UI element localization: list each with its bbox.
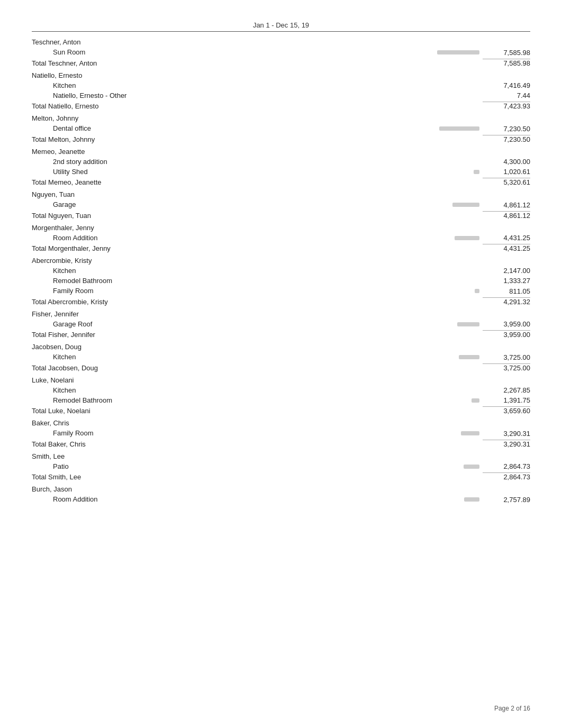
- sub-item-row: 2nd story addition 4,300.00: [32, 157, 530, 167]
- value-bar: [472, 398, 479, 403]
- total-row: Total Natiello, Ernesto 7,423.93: [32, 101, 530, 111]
- sub-item-row: Kitchen 2,147.00: [32, 266, 530, 276]
- item-value: 811.05: [483, 287, 530, 295]
- customer-name: Jacobsen, Doug: [32, 343, 483, 351]
- sub-item-row: Family Room 3,290.31: [32, 428, 530, 439]
- item-value: 2,267.85: [483, 386, 530, 394]
- value-bar: [459, 355, 479, 359]
- customer-name: Abercrombie, Kristy: [32, 257, 483, 265]
- total-label: Total Teschner, Anton: [32, 59, 483, 67]
- item-name: Garage: [32, 201, 424, 208]
- bar-cell: 3,725.00: [424, 353, 530, 361]
- item-value: 4,300.00: [483, 158, 530, 166]
- item-name: Remodel Bathroom: [32, 396, 424, 404]
- item-name: Utility Shed: [32, 168, 424, 176]
- customer-name: Teschner, Anton: [32, 38, 483, 46]
- bar-cell: 7,585.98: [424, 49, 530, 57]
- total-row: Total Luke, Noelani 3,659.60: [32, 405, 530, 416]
- sub-item-row: Kitchen 3,725.00: [32, 352, 530, 362]
- customer-row: Baker, Chris: [32, 418, 530, 428]
- customer-row: Natiello, Ernesto: [32, 70, 530, 80]
- item-value: 3,290.31: [483, 430, 530, 438]
- bar-cell: 7,230.50: [424, 125, 530, 133]
- bar-cell: 4,861.12: [424, 201, 530, 209]
- customer-name: Melton, Johnny: [32, 114, 483, 122]
- sub-item-row: Kitchen 7,416.49: [32, 80, 530, 90]
- total-row: Total Abercrombie, Kristy 4,291.32: [32, 296, 530, 307]
- total-value: 3,959.00: [483, 330, 530, 339]
- item-name: Kitchen: [32, 353, 424, 361]
- customer-name: Smith, Lee: [32, 452, 483, 460]
- sub-item-row: Patio 2,864.73: [32, 461, 530, 472]
- item-value: 2,864.73: [483, 462, 530, 470]
- sub-item-row: Dental office 7,230.50: [32, 123, 530, 134]
- item-name: Kitchen: [32, 267, 424, 275]
- customer-name: Fisher, Jennifer: [32, 310, 483, 318]
- total-label: Total Abercrombie, Kristy: [32, 298, 483, 306]
- customer-row: Jacobsen, Doug: [32, 342, 530, 352]
- sub-item-row: Family Room 811.05: [32, 286, 530, 296]
- item-name: Room Addition: [32, 495, 424, 503]
- customer-name: Nguyen, Tuan: [32, 190, 483, 198]
- customer-row: Memeo, Jeanette: [32, 147, 530, 157]
- customer-row: Burch, Jason: [32, 484, 530, 494]
- item-name: Family Room: [32, 429, 424, 437]
- value-bar: [474, 170, 479, 174]
- value-bar: [437, 50, 479, 54]
- item-value: 4,861.12: [483, 201, 530, 209]
- customer-row: Smith, Lee: [32, 451, 530, 461]
- date-header: Jan 1 - Dec 15, 19: [32, 21, 530, 32]
- total-label: Total Luke, Noelani: [32, 407, 483, 415]
- customer-row: Teschner, Anton: [32, 37, 530, 47]
- total-label: Total Fisher, Jennifer: [32, 331, 483, 339]
- sub-item-row: Utility Shed 1,020.61: [32, 167, 530, 177]
- bar-cell: 1,333.27: [424, 277, 530, 285]
- total-row: Total Morgenthaler, Jenny 4,431.25: [32, 243, 530, 253]
- bar-cell: 2,757.89: [424, 496, 530, 504]
- bar-cell: 4,431.25: [424, 234, 530, 242]
- total-row: Total Jacobsen, Doug 3,725.00: [32, 362, 530, 373]
- total-row: Total Nguyen, Tuan 4,861.12: [32, 210, 530, 221]
- total-value: 4,861.12: [483, 211, 530, 220]
- item-value: 7,230.50: [483, 125, 530, 133]
- customer-row: Luke, Noelani: [32, 375, 530, 385]
- total-value: 5,320.61: [483, 178, 530, 186]
- sub-item-row: Natiello, Ernesto - Other 7.44: [32, 90, 530, 101]
- sub-item-row: Remodel Bathroom 1,333.27: [32, 276, 530, 286]
- bar-cell: 4,300.00: [424, 158, 530, 166]
- item-value: 4,431.25: [483, 234, 530, 242]
- sub-item-row: Remodel Bathroom 1,391.75: [32, 395, 530, 406]
- total-row: Total Melton, Johnny 7,230.50: [32, 134, 530, 144]
- item-name: Garage Roof: [32, 320, 424, 328]
- bar-cell: 3,959.00: [424, 320, 530, 328]
- table-area: Teschner, Anton Sun Room 7,585.98 Total …: [32, 37, 530, 507]
- value-bar: [475, 289, 479, 293]
- total-row: Total Fisher, Jennifer 3,959.00: [32, 329, 530, 340]
- item-name: Room Addition: [32, 234, 424, 242]
- total-value: 4,291.32: [483, 297, 530, 306]
- customer-row: Fisher, Jennifer: [32, 309, 530, 319]
- item-name: Kitchen: [32, 386, 424, 394]
- customer-row: Nguyen, Tuan: [32, 189, 530, 199]
- value-bar: [457, 322, 479, 326]
- sub-item-row: Room Addition 4,431.25: [32, 233, 530, 243]
- total-label: Total Morgenthaler, Jenny: [32, 244, 483, 252]
- total-value: 2,864.73: [483, 472, 530, 481]
- page-number: Page 2 of 16: [494, 705, 530, 712]
- item-name: Sun Room: [32, 48, 424, 56]
- item-name: Dental office: [32, 124, 424, 132]
- total-value: 7,423.93: [483, 102, 530, 110]
- customer-row: Abercrombie, Kristy: [32, 256, 530, 266]
- value-bar: [464, 497, 479, 502]
- value-bar: [455, 236, 479, 240]
- total-row: Total Smith, Lee 2,864.73: [32, 471, 530, 482]
- item-value: 7,585.98: [483, 49, 530, 57]
- total-row: Total Memeo, Jeanette 5,320.61: [32, 177, 530, 187]
- item-value: 3,725.00: [483, 353, 530, 361]
- total-value: 3,725.00: [483, 363, 530, 372]
- date-range-label: Jan 1 - Dec 15, 19: [253, 21, 309, 29]
- total-label: Total Nguyen, Tuan: [32, 212, 483, 220]
- spacer: [32, 505, 530, 507]
- bar-cell: 3,290.31: [424, 430, 530, 438]
- sub-item-row: Room Addition 2,757.89: [32, 494, 530, 505]
